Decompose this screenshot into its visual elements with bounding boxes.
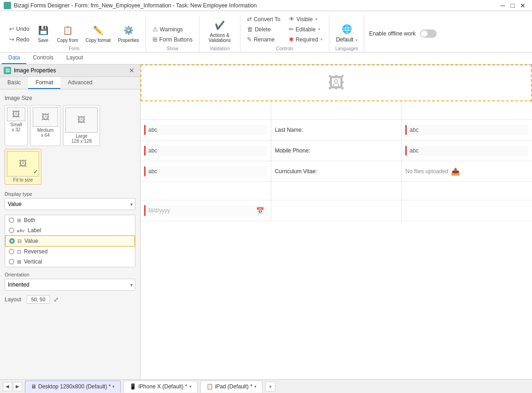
fit-label: Fit to size — [13, 177, 33, 182]
default-icon: 🌐 — [340, 23, 353, 35]
orientation-select-wrapper: Inherited Horizontal Vertical ▾ — [5, 279, 135, 291]
default-button[interactable]: 🌐 Default ▾ — [333, 21, 360, 44]
rename-button[interactable]: ✎ Rename — [244, 35, 283, 44]
layout-value: 50, 50 — [27, 295, 50, 304]
copy-from-icon: 📋 — [61, 24, 74, 37]
last-name-input[interactable] — [405, 125, 528, 135]
phone-left-input[interactable] — [144, 146, 267, 156]
copy-from-button[interactable]: 📋 Copy from — [54, 23, 81, 44]
left-panel: 🖼 Image Properties ✕ Basic Format Advanc… — [0, 65, 140, 379]
phone-right-input[interactable] — [405, 146, 528, 156]
panel-tab-advanced[interactable]: Advanced — [60, 77, 99, 89]
table-row: Curriculum Vitae: No files uploaded 📤 — [140, 161, 532, 182]
close-button[interactable]: ✕ — [517, 2, 528, 9]
image-size-medium[interactable]: 🖼 Mediumx 64 — [30, 105, 60, 146]
device-tab-desktop[interactable]: 🖥 Desktop 1280x800 (Default) * ▾ — [25, 381, 121, 393]
properties-button[interactable]: ⚙️ Properties — [115, 23, 142, 44]
fit-checkmark: ✓ — [33, 169, 38, 175]
save-button[interactable]: 💾 Save — [34, 23, 53, 44]
device-tab-iphone[interactable]: 📱 iPhone X (Default) * ▾ — [123, 381, 197, 393]
layout-icon[interactable]: ⤢ — [53, 296, 59, 303]
prev-button[interactable]: ◀ — [3, 382, 12, 391]
panel-tab-format[interactable]: Format — [28, 77, 60, 89]
image-size-large[interactable]: 🖼 Large128 x 128 — [63, 105, 100, 146]
required-icon: ✱ — [289, 36, 294, 43]
iphone-dropdown-arrow[interactable]: ▾ — [189, 384, 192, 389]
ribbon-group-offline: Enable offline work — [364, 15, 441, 52]
desktop-dropdown-arrow[interactable]: ▾ — [112, 384, 115, 389]
iphone-icon: 📱 — [129, 383, 136, 390]
vertical-icon: ⊠ — [17, 259, 21, 265]
empty-row-1 — [140, 101, 532, 120]
offline-toggle[interactable] — [420, 29, 437, 38]
cv-left-input[interactable] — [144, 166, 267, 176]
empty-row2-cell1 — [140, 182, 271, 200]
tab-data[interactable]: Data — [2, 53, 26, 64]
main-tab-bar: Data Controls Layout — [0, 53, 532, 65]
redo-button[interactable]: ↪ Redo — [6, 35, 32, 44]
display-type-select[interactable]: Value Both Label Reversed Vertical — [5, 198, 135, 210]
delete-button[interactable]: 🗑 Delete — [244, 24, 283, 34]
required-arrow: ▾ — [321, 37, 322, 41]
image-size-fit[interactable]: 🖼 ✓ Fit to size — [5, 149, 41, 185]
undo-redo-group: ↩ Undo ↪ Redo — [6, 24, 32, 44]
ribbon-group-languages: 🌐 Default ▾ Languages — [329, 15, 364, 52]
date-input-area[interactable]: M/d/yyyy 📅 — [144, 205, 267, 216]
image-size-label: Image Size — [5, 95, 135, 101]
empty-cell-2 — [271, 101, 402, 119]
radio-label-label: Label — [28, 227, 41, 234]
image-placeholder-row: 🖼 — [140, 65, 532, 101]
device-tab-ipad[interactable]: 📋 iPad (Default) * ▾ — [200, 381, 263, 393]
tab-controls[interactable]: Controls — [26, 53, 60, 64]
medium-label: Mediumx 64 — [37, 128, 54, 138]
add-device-button[interactable]: + — [265, 381, 275, 392]
field-cell-last-name-label: Last Name: — [271, 120, 402, 140]
convert-to-button[interactable]: ⇄ Convert To — [244, 14, 283, 24]
actions-validations-button[interactable]: ✔️ Actions & Validations — [203, 18, 236, 44]
editable-button[interactable]: ✏ Editable ▾ — [286, 24, 326, 34]
first-name-input[interactable] — [144, 125, 267, 135]
toggle-knob — [421, 30, 427, 37]
rename-icon: ✎ — [247, 36, 252, 43]
radio-vertical-label: Vertical — [24, 258, 42, 265]
radio-both-label: Both — [24, 217, 35, 223]
radio-both[interactable]: ⊞ Both — [5, 215, 135, 225]
controls-group-label: Controls — [276, 46, 293, 52]
calendar-icon[interactable]: 📅 — [256, 207, 264, 214]
panel-tabs: Basic Format Advanced — [0, 77, 140, 89]
form-buttons-button[interactable]: ⊞ Form Buttons — [150, 35, 195, 44]
panel-tab-basic[interactable]: Basic — [0, 77, 28, 89]
panel-header: 🖼 Image Properties ✕ — [0, 65, 140, 77]
orientation-select[interactable]: Inherited Horizontal Vertical — [5, 279, 135, 291]
upload-icon[interactable]: 📤 — [451, 167, 460, 176]
table-row: M/d/yyyy 📅 — [140, 200, 532, 221]
table-row: Mobile Phone: — [140, 141, 532, 161]
radio-label[interactable]: 𝒂𝒃𝒄 Label — [5, 225, 135, 235]
next-button[interactable]: ▶ — [13, 382, 22, 391]
panel-close-button[interactable]: ✕ — [127, 67, 136, 74]
radio-dot-label — [9, 228, 14, 233]
no-files-text: No files uploaded — [405, 168, 448, 175]
display-type-label: Display type — [5, 191, 135, 197]
minimize-button[interactable]: ─ — [498, 2, 508, 9]
radio-value[interactable]: ⊟ Value — [5, 235, 135, 246]
undo-button[interactable]: ↩ Undo — [6, 24, 32, 34]
image-size-small[interactable]: 🖼 Smallx 32 — [5, 105, 28, 146]
field-cell-cv-left — [140, 161, 271, 182]
visible-button[interactable]: 👁 Visible ▾ — [286, 14, 326, 24]
empty-row-2 — [140, 182, 532, 200]
convert-icon: ⇄ — [247, 16, 252, 23]
copy-format-button[interactable]: ✏️ Copy format — [83, 23, 113, 44]
maximize-button[interactable]: □ — [508, 2, 517, 9]
warnings-icon: ⚠ — [152, 26, 158, 33]
ipad-icon: 📋 — [206, 383, 213, 390]
empty-row2-cell3 — [402, 182, 532, 200]
delete-icon: 🗑 — [247, 26, 253, 33]
required-button[interactable]: ✱ Required ▾ — [286, 35, 326, 44]
tab-layout[interactable]: Layout — [60, 53, 89, 64]
visible-icon: 👁 — [289, 16, 295, 23]
ipad-dropdown-arrow[interactable]: ▾ — [254, 384, 257, 389]
radio-reversed[interactable]: ⊡ Reversed — [5, 246, 135, 257]
warnings-button[interactable]: ⚠ Warnings — [150, 24, 195, 34]
radio-vertical[interactable]: ⊠ Vertical — [5, 257, 135, 267]
